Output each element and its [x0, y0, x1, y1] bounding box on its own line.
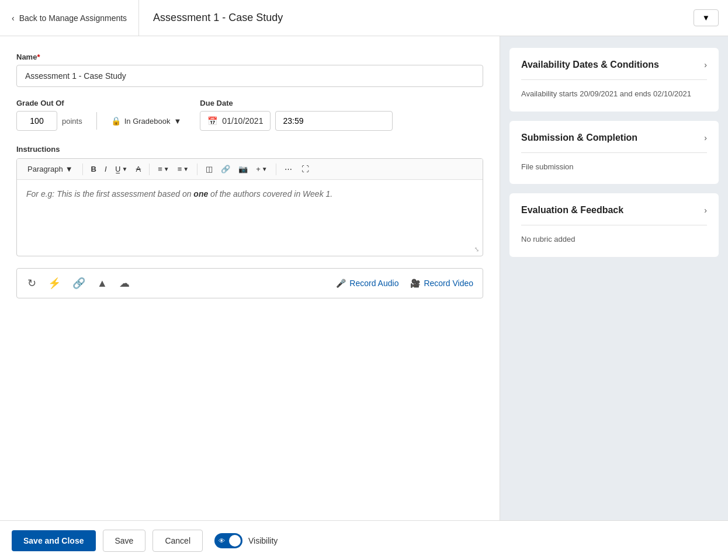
submission-card: Submission & Completion › File submissio…: [509, 121, 719, 185]
record-section: 🎤 Record Audio 🎥 Record Video: [336, 279, 473, 288]
evaluation-body: No rubric added: [509, 225, 719, 257]
resize-handle[interactable]: ⤡: [473, 245, 479, 253]
visibility-label: Visibility: [248, 536, 278, 545]
left-panel: Name* Grade Out Of points 🔒 In Gradebook…: [0, 36, 500, 520]
due-date-row: 📅 01/10/2021: [200, 111, 393, 131]
fullscreen-button[interactable]: ⛶: [298, 162, 313, 176]
table-button[interactable]: ◫: [202, 162, 216, 176]
insert-button[interactable]: + ▼: [252, 162, 271, 176]
gradebook-chevron-icon: ▼: [174, 117, 181, 126]
back-link-label: Back to Manage Assignments: [19, 13, 127, 23]
top-bar: ‹ Back to Manage Assignments Assessment …: [0, 0, 728, 36]
cloud-button[interactable]: ☁: [118, 276, 131, 291]
toolbar-sep-1: [82, 164, 83, 175]
availability-body: Availability starts 20/09/2021 and ends …: [509, 80, 719, 112]
paragraph-label: Paragraph: [27, 165, 63, 173]
save-and-close-button[interactable]: Save and Close: [12, 530, 96, 551]
paragraph-chevron-icon: ▼: [65, 165, 73, 173]
availability-card-header[interactable]: Availability Dates & Conditions ›: [509, 48, 719, 79]
lock-icon: 🔒: [111, 116, 121, 126]
toolbar-sep-4: [276, 164, 276, 175]
calendar-icon: 📅: [207, 116, 217, 126]
chevron-left-icon: ‹: [12, 13, 15, 23]
microphone-icon: 🎤: [336, 279, 346, 288]
gradebook-button[interactable]: 🔒 In Gradebook ▼: [111, 116, 182, 126]
submission-body: File submission: [509, 153, 719, 185]
grade-row: points 🔒 In Gradebook ▼: [16, 111, 181, 131]
link-button[interactable]: 🔗: [217, 162, 234, 176]
due-date-group: Due Date 📅 01/10/2021: [200, 99, 393, 131]
cancel-button[interactable]: Cancel: [152, 530, 203, 552]
grade-input[interactable]: [16, 111, 57, 131]
toggle-thumb: [229, 535, 241, 547]
chevron-down-icon: ▼: [702, 13, 710, 22]
back-link[interactable]: ‹ Back to Manage Assignments: [0, 0, 139, 36]
page-title: Assessment 1 - Case Study: [153, 12, 283, 24]
visibility-group: 👁 Visibility: [214, 533, 278, 548]
vertical-divider: [96, 112, 97, 130]
page-title-section: Assessment 1 - Case Study: [139, 0, 297, 36]
more-button[interactable]: ⋯: [281, 162, 296, 176]
availability-title: Availability Dates & Conditions: [521, 60, 659, 70]
grade-label: Grade Out Of: [16, 99, 181, 107]
underline-button[interactable]: U̲ ▼: [112, 162, 131, 176]
name-input[interactable]: [16, 65, 483, 87]
strikethrough-button[interactable]: A: [133, 162, 145, 176]
toolbar-sep-2: [149, 164, 150, 175]
editor-placeholder-text: For e.g: This is the first assessment ba…: [26, 189, 332, 199]
evaluation-card-header[interactable]: Evaluation & Feedback ›: [509, 193, 719, 225]
submission-chevron-icon: ›: [704, 133, 707, 142]
submission-card-header[interactable]: Submission & Completion ›: [509, 121, 719, 152]
toggle-track: 👁: [214, 533, 242, 548]
right-panel: Availability Dates & Conditions › Availa…: [500, 36, 728, 520]
grade-due-row: Grade Out Of points 🔒 In Gradebook ▼ Due…: [16, 99, 483, 131]
list-button[interactable]: ≡ ▼: [174, 162, 193, 176]
grade-group: Grade Out Of points 🔒 In Gradebook ▼: [16, 99, 181, 131]
time-input[interactable]: [275, 111, 393, 131]
save-button[interactable]: Save: [103, 530, 146, 552]
required-star: *: [37, 53, 40, 61]
submission-title: Submission & Completion: [521, 133, 637, 143]
record-audio-label: Record Audio: [349, 279, 398, 288]
availability-chevron-icon: ›: [704, 60, 707, 69]
toolbar-group-extras: ◫ 🔗 📷 + ▼: [202, 162, 271, 176]
lightning-button[interactable]: ⚡: [47, 276, 62, 291]
record-audio-button[interactable]: 🎤 Record Audio: [336, 279, 398, 288]
date-value: 01/10/2021: [222, 116, 263, 126]
editor-toolbar: Paragraph ▼ B I U̲ ▼ A ≡ ▼ ≡ ▼ ◫: [17, 159, 483, 180]
editor-container: Paragraph ▼ B I U̲ ▼ A ≡ ▼ ≡ ▼ ◫: [16, 158, 483, 256]
toolbar-group-format: B I U̲ ▼ A: [88, 162, 145, 176]
toolbar-sep-3: [197, 164, 197, 175]
eye-icon: 👁: [219, 537, 225, 544]
evaluation-chevron-icon: ›: [704, 206, 707, 215]
evaluation-card: Evaluation & Feedback › No rubric added: [509, 193, 719, 257]
attachment-bar: ↻ ⚡ 🔗 ▲ ☁ 🎤 Record Audio 🎥 Record Video: [16, 268, 483, 298]
record-video-button[interactable]: 🎥 Record Video: [410, 279, 473, 288]
editor-body[interactable]: For e.g: This is the first assessment ba…: [17, 180, 483, 256]
align-button[interactable]: ≡ ▼: [154, 162, 173, 176]
italic-button[interactable]: I: [101, 162, 110, 176]
date-input[interactable]: 📅 01/10/2021: [200, 111, 271, 131]
name-field-label: Name*: [16, 53, 483, 61]
due-date-label: Due Date: [200, 99, 393, 107]
link-attach-button[interactable]: 🔗: [71, 276, 86, 291]
video-icon: 🎥: [410, 279, 420, 288]
upload-button[interactable]: ↻: [26, 276, 37, 291]
instructions-label: Instructions: [16, 145, 483, 154]
top-right: ▼: [694, 0, 728, 36]
paragraph-select[interactable]: Paragraph ▼: [23, 162, 78, 176]
main-layout: Name* Grade Out Of points 🔒 In Gradebook…: [0, 36, 728, 520]
top-dropdown-button[interactable]: ▼: [694, 9, 719, 26]
availability-card: Availability Dates & Conditions › Availa…: [509, 48, 719, 112]
toolbar-group-align: ≡ ▼ ≡ ▼: [154, 162, 192, 176]
points-label: points: [62, 117, 82, 126]
image-button[interactable]: 📷: [235, 162, 251, 176]
record-video-label: Record Video: [424, 279, 473, 288]
footer: Save and Close Save Cancel 👁 Visibility: [0, 520, 728, 560]
bold-button[interactable]: B: [88, 162, 100, 176]
drive-button[interactable]: ▲: [96, 276, 109, 291]
evaluation-title: Evaluation & Feedback: [521, 205, 623, 215]
visibility-toggle[interactable]: 👁: [214, 533, 242, 548]
gradebook-label: In Gradebook: [124, 117, 171, 126]
